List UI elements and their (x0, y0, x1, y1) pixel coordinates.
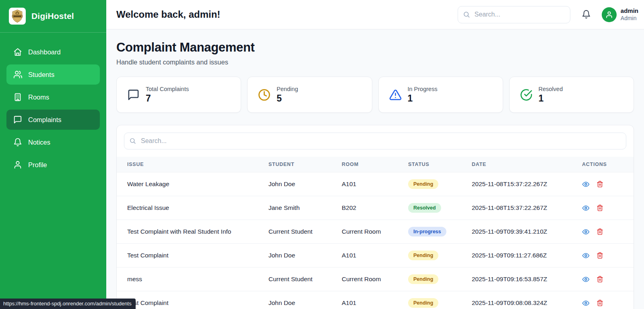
delete-complaint-button[interactable] (597, 204, 603, 212)
cell-actions (572, 291, 634, 309)
view-complaint-button[interactable] (582, 252, 590, 259)
trash-icon (597, 276, 603, 283)
building-icon (13, 93, 22, 102)
sidebar: DigiHostel Dashboard Students Rooms Comp… (0, 0, 106, 309)
alert-triangle-icon (389, 89, 402, 101)
cell-date: 2025-11-09T09:39:41.210Z (461, 220, 572, 244)
trash-icon (597, 228, 603, 235)
user-avatar[interactable] (602, 7, 617, 22)
cell-issue: mess (117, 268, 258, 291)
user-name: admin (621, 7, 638, 15)
complaints-table: Issue Student Room Status Date Actions W… (117, 157, 634, 309)
stat-card-resolved: Resolved 1 (509, 77, 634, 113)
status-badge: Pending (408, 298, 438, 308)
cell-status: Pending (398, 172, 461, 196)
cell-status: Resolved (398, 196, 461, 220)
delete-complaint-button[interactable] (597, 299, 603, 307)
table-row: Water Leakage John Doe A101 Pending 2025… (117, 172, 634, 196)
sidebar-item-label: Complaints (28, 116, 62, 124)
view-complaint-button[interactable] (582, 204, 590, 212)
cell-student: Current Student (258, 268, 331, 291)
table-row: Test Complaint John Doe A101 Pending 202… (117, 244, 634, 268)
sidebar-item-dashboard[interactable]: Dashboard (6, 42, 100, 62)
stat-value: 5 (277, 93, 298, 104)
column-header-room: Room (331, 157, 398, 172)
user-icon (13, 160, 22, 169)
cell-actions (572, 268, 634, 291)
check-circle-icon (520, 89, 533, 101)
cell-student: John Doe (258, 291, 331, 309)
cell-status: In-progress (398, 220, 461, 244)
trash-icon (597, 252, 603, 259)
complaints-table-card: Issue Student Room Status Date Actions W… (116, 125, 634, 309)
trash-icon (597, 299, 603, 307)
cell-status: Pending (398, 268, 461, 291)
sidebar-item-complaints[interactable]: Complaints (6, 110, 100, 130)
stat-label: Total Complaints (146, 86, 189, 92)
brand-header: DigiHostel (0, 0, 106, 33)
welcome-heading: Welcome back, admin! (116, 9, 220, 20)
delete-complaint-button[interactable] (597, 276, 603, 283)
view-complaint-button[interactable] (582, 299, 590, 307)
eye-icon (582, 252, 590, 259)
cell-date: 2025-11-08T15:37:22.267Z (461, 196, 572, 220)
eye-icon (582, 228, 590, 236)
cell-student: John Doe (258, 244, 331, 268)
view-complaint-button[interactable] (582, 276, 590, 283)
delete-complaint-button[interactable] (597, 228, 603, 235)
table-row: mess Current Student Current Room Pendin… (117, 268, 634, 291)
table-search-input[interactable] (124, 133, 626, 149)
delete-complaint-button[interactable] (597, 252, 603, 259)
column-header-student: Student (258, 157, 331, 172)
stat-card-pending: Pending 5 (247, 77, 372, 113)
message-square-icon (13, 115, 22, 124)
cell-actions (572, 172, 634, 196)
stat-value: 1 (408, 93, 438, 104)
view-complaint-button[interactable] (582, 228, 590, 236)
trash-icon (597, 180, 603, 188)
crest-badge-icon (10, 9, 25, 23)
column-header-date: Date (461, 157, 572, 172)
header-search-input[interactable] (458, 6, 570, 23)
status-badge: Pending (408, 274, 438, 284)
cell-room: A101 (331, 291, 398, 309)
sidebar-item-profile[interactable]: Profile (6, 155, 100, 175)
sidebar-item-label: Rooms (28, 93, 49, 101)
sidebar-item-notices[interactable]: Notices (6, 132, 100, 152)
sidebar-item-students[interactable]: Students (6, 64, 100, 85)
column-header-issue: Issue (117, 157, 258, 172)
eye-icon (582, 299, 590, 307)
column-header-actions: Actions (572, 157, 634, 172)
cell-issue: Water Leakage (117, 172, 258, 196)
cell-room: A101 (331, 172, 398, 196)
top-header: Welcome back, admin! admin Admin (106, 0, 644, 29)
cell-date: 2025-11-09T09:16:53.857Z (461, 268, 572, 291)
stat-label: Pending (277, 86, 298, 92)
status-badge: Resolved (408, 203, 441, 213)
status-badge: Pending (408, 179, 438, 189)
status-badge: Pending (408, 251, 438, 260)
search-icon (129, 137, 136, 144)
notifications-button[interactable] (582, 10, 591, 19)
brand-name: DigiHostel (31, 11, 74, 21)
table-header-row: Issue Student Room Status Date Actions (117, 157, 634, 172)
page-title: Complaint Management (116, 40, 634, 55)
cell-issue: Test Complaint (117, 244, 258, 268)
cell-actions (572, 196, 634, 220)
sidebar-item-label: Notices (28, 139, 50, 146)
clock-icon (258, 89, 270, 101)
cell-student: John Doe (258, 172, 331, 196)
cell-actions (572, 220, 634, 244)
stat-value: 1 (539, 93, 563, 104)
view-complaint-button[interactable] (582, 180, 590, 188)
cell-date: 2025-11-09T09:08:08.324Z (461, 291, 572, 309)
stats-row: Total Complaints 7 Pending 5 In Progress… (116, 77, 634, 113)
user-role: Admin (621, 15, 638, 22)
message-square-icon (127, 89, 140, 101)
sidebar-item-label: Students (28, 71, 54, 79)
cell-date: 2025-11-09T09:11:27.686Z (461, 244, 572, 268)
delete-complaint-button[interactable] (597, 180, 603, 188)
header-search (458, 6, 570, 23)
sidebar-item-rooms[interactable]: Rooms (6, 87, 100, 107)
home-icon (13, 48, 22, 56)
